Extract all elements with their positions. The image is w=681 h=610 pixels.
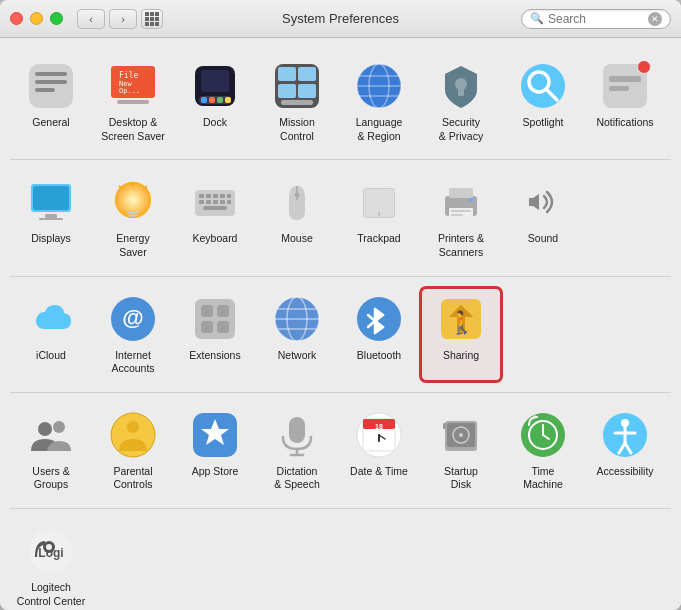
internet-section: iCloud @ InternetAccounts: [10, 287, 671, 393]
minimize-button[interactable]: [30, 12, 43, 25]
svg-rect-50: [227, 194, 231, 198]
internet-accounts-icon: @: [107, 293, 159, 345]
pref-item-printers[interactable]: Printers &Scanners: [420, 170, 502, 265]
dictation-label: Dictation& Speech: [274, 465, 320, 492]
pref-item-keyboard[interactable]: Keyboard: [174, 170, 256, 265]
keyboard-icon: [189, 176, 241, 228]
trackpad-icon: [353, 176, 405, 228]
bluetooth-label: Bluetooth: [357, 349, 401, 363]
svg-rect-37: [33, 186, 69, 210]
pref-item-timemachine[interactable]: TimeMachine: [502, 403, 584, 498]
displays-icon: [25, 176, 77, 228]
svg-rect-55: [227, 200, 231, 204]
personal-section: General File New Op... Desktop &Screen S…: [10, 54, 671, 160]
pref-item-dictation[interactable]: Dictation& Speech: [256, 403, 338, 498]
users-label: Users &Groups: [32, 465, 69, 492]
svg-rect-48: [213, 194, 218, 198]
svg-rect-0: [29, 64, 73, 108]
parental-icon: [107, 409, 159, 461]
svg-rect-64: [449, 208, 473, 218]
datetime-icon: 18: [353, 409, 405, 461]
pref-item-language[interactable]: Language& Region: [338, 54, 420, 149]
svg-point-112: [459, 433, 463, 437]
svg-point-128: [46, 544, 52, 550]
grid-view-button[interactable]: [141, 9, 163, 29]
general-icon: [25, 60, 77, 112]
desktop-label: Desktop &Screen Saver: [101, 116, 165, 143]
pref-item-extensions[interactable]: Extensions: [174, 287, 256, 382]
pref-item-desktop[interactable]: File New Op... Desktop &Screen Saver: [92, 54, 174, 149]
svg-rect-1: [35, 72, 67, 76]
security-icon: [435, 60, 487, 112]
pref-item-logitech[interactable]: Logi LogitechControl Center: [10, 519, 92, 610]
mission-control-icon: [271, 60, 323, 112]
pref-item-internet-accounts[interactable]: @ InternetAccounts: [92, 287, 174, 382]
svg-rect-3: [35, 88, 55, 92]
search-bar[interactable]: 🔍 ✕: [521, 9, 671, 29]
displays-label: Displays: [31, 232, 71, 246]
pref-item-parental[interactable]: ParentalControls: [92, 403, 174, 498]
svg-rect-29: [458, 88, 464, 96]
logitech-icon: Logi: [25, 525, 77, 577]
pref-item-energy[interactable]: EnergySaver: [92, 170, 174, 265]
svg-point-67: [469, 198, 473, 202]
parental-label: ParentalControls: [113, 465, 152, 492]
appstore-icon: [189, 409, 241, 461]
pref-item-accessibility[interactable]: Accessibility: [584, 403, 666, 498]
pref-item-general[interactable]: General: [10, 54, 92, 149]
desktop-icon: File New Op...: [107, 60, 159, 112]
pref-item-bluetooth[interactable]: Bluetooth: [338, 287, 420, 382]
svg-rect-113: [443, 423, 446, 429]
sound-label: Sound: [528, 232, 558, 246]
pref-item-startup[interactable]: StartupDisk: [420, 403, 502, 498]
logitech-label: LogitechControl Center: [17, 581, 85, 608]
pref-item-displays[interactable]: Displays: [10, 170, 92, 265]
svg-rect-66: [451, 214, 463, 216]
svg-rect-11: [201, 97, 207, 103]
bluetooth-icon: [353, 293, 405, 345]
trackpad-label: Trackpad: [357, 232, 400, 246]
language-icon: [353, 60, 405, 112]
forward-button[interactable]: ›: [109, 9, 137, 29]
notifications-label: Notifications: [596, 116, 653, 130]
pref-item-icloud[interactable]: iCloud: [10, 287, 92, 382]
svg-point-95: [53, 421, 65, 433]
timemachine-label: TimeMachine: [523, 465, 563, 492]
maximize-button[interactable]: [50, 12, 63, 25]
pref-item-mouse[interactable]: Mouse: [256, 170, 338, 265]
pref-item-spotlight[interactable]: Spotlight: [502, 54, 584, 149]
sound-icon: [517, 176, 569, 228]
pref-item-dock[interactable]: Dock: [174, 54, 256, 149]
pref-item-appstore[interactable]: App Store: [174, 403, 256, 498]
pref-item-sound[interactable]: Sound: [502, 170, 584, 265]
network-icon: [271, 293, 323, 345]
timemachine-icon: [517, 409, 569, 461]
svg-rect-65: [451, 210, 471, 212]
svg-point-97: [127, 421, 139, 433]
energy-icon: [107, 176, 159, 228]
close-button[interactable]: [10, 12, 23, 25]
svg-rect-15: [201, 70, 229, 92]
pref-item-mission-control[interactable]: MissionControl: [256, 54, 338, 149]
pref-item-sharing[interactable]: 🚶 Sharing: [420, 287, 502, 382]
svg-rect-21: [281, 100, 313, 105]
svg-rect-17: [278, 67, 296, 81]
pref-item-security[interactable]: Security& Privacy: [420, 54, 502, 149]
pref-item-notifications[interactable]: Notifications: [584, 54, 666, 149]
svg-rect-8: [117, 100, 149, 104]
nav-buttons: ‹ ›: [77, 9, 137, 29]
pref-item-trackpad[interactable]: Trackpad: [338, 170, 420, 265]
other-section: Logi LogitechControl Center: [10, 519, 671, 610]
pref-item-datetime[interactable]: 18 Date & Time: [338, 403, 420, 498]
general-label: General: [32, 116, 69, 130]
svg-rect-34: [609, 76, 641, 82]
hardware-section: Displays: [10, 170, 671, 276]
search-input[interactable]: [548, 12, 648, 26]
pref-item-network[interactable]: Network: [256, 287, 338, 382]
pref-item-users[interactable]: Users &Groups: [10, 403, 92, 498]
back-button[interactable]: ‹: [77, 9, 105, 29]
search-clear-button[interactable]: ✕: [648, 12, 662, 26]
sharing-label: Sharing: [443, 349, 479, 363]
notification-badge: [637, 60, 651, 74]
svg-rect-49: [220, 194, 225, 198]
